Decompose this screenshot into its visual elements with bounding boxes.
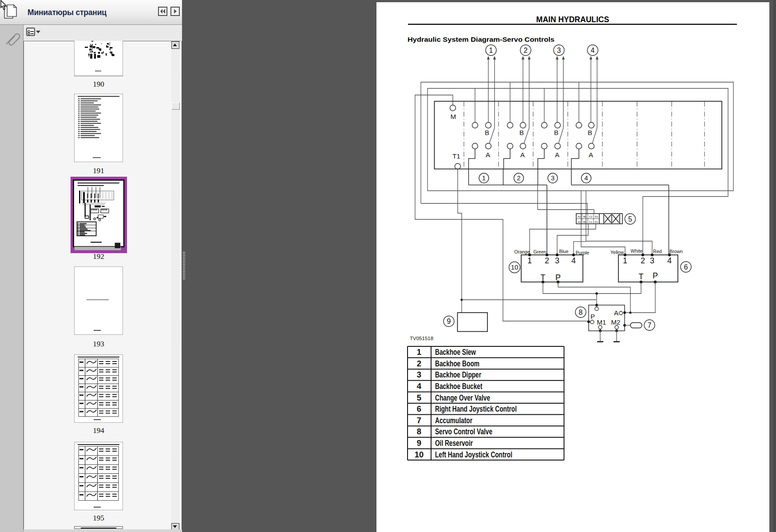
svg-text:4: 4 [584, 174, 588, 182]
svg-text:4: 4 [591, 47, 595, 54]
svg-text:1: 1 [417, 347, 421, 357]
svg-text:3: 3 [650, 256, 654, 265]
svg-text:3: 3 [417, 370, 421, 379]
svg-text:2: 2 [517, 174, 520, 182]
svg-text:1: 1 [482, 174, 486, 182]
svg-text:P: P [653, 271, 658, 280]
svg-text:4: 4 [667, 256, 672, 265]
svg-text:B1: B1 [583, 221, 586, 223]
svg-text:4: 4 [571, 256, 576, 265]
svg-text:Change Over Valve: Change Over Valve [435, 393, 490, 402]
svg-text:Yellow: Yellow [610, 250, 624, 255]
svg-text:B2: B2 [583, 215, 586, 218]
svg-text:Hydraulic System Diagram-Servo: Hydraulic System Diagram-Servo Controls [408, 36, 554, 43]
svg-text:B: B [519, 129, 524, 136]
svg-text:6: 6 [417, 404, 421, 413]
svg-text:10: 10 [511, 263, 519, 271]
svg-text:A: A [614, 309, 618, 317]
svg-text:D1: D1 [595, 221, 598, 223]
svg-text:M1: M1 [597, 318, 606, 326]
svg-text:8: 8 [417, 427, 421, 436]
svg-text:Right Hand Joystick Control: Right Hand Joystick Control [435, 404, 517, 413]
svg-text:9: 9 [447, 318, 451, 325]
svg-text:MAIN HYDRAULICS: MAIN HYDRAULICS [536, 15, 609, 24]
svg-text:Left Hand Joystick Control: Left Hand Joystick Control [435, 450, 512, 459]
svg-text:4: 4 [417, 381, 422, 391]
svg-text:Brown: Brown [669, 249, 683, 254]
svg-text:8: 8 [579, 309, 583, 316]
svg-text:A: A [555, 151, 559, 159]
svg-text:9: 9 [417, 438, 421, 448]
svg-text:3: 3 [557, 47, 561, 54]
svg-text:B: B [554, 129, 558, 136]
svg-text:TV051518: TV051518 [410, 336, 433, 341]
svg-text:2: 2 [417, 359, 421, 368]
svg-text:A: A [486, 151, 490, 159]
svg-text:2: 2 [641, 256, 645, 265]
svg-text:T1: T1 [452, 152, 460, 160]
svg-text:A: A [589, 151, 593, 159]
svg-text:5: 5 [417, 393, 421, 402]
svg-text:Red: Red [653, 249, 661, 254]
svg-text:1: 1 [527, 256, 532, 265]
svg-text:Purple: Purple [576, 250, 590, 255]
svg-text:Servo Control Valve: Servo Control Valve [435, 427, 492, 436]
svg-text:2: 2 [545, 256, 549, 265]
svg-text:6: 6 [684, 263, 688, 271]
svg-text:Accumulator: Accumulator [435, 416, 472, 425]
svg-text:C1: C1 [589, 221, 592, 223]
svg-text:Oil Reservoir: Oil Reservoir [435, 438, 473, 448]
svg-text:Orange: Orange [514, 249, 530, 254]
svg-text:Green: Green [533, 249, 546, 254]
svg-text:Backhoe Slew: Backhoe Slew [435, 347, 476, 357]
svg-text:T: T [639, 272, 644, 281]
svg-text:D2: D2 [595, 215, 598, 218]
svg-text:Backhoe Dipper: Backhoe Dipper [435, 370, 481, 379]
svg-text:P: P [590, 313, 595, 320]
svg-text:White: White [631, 248, 643, 254]
svg-text:A: A [520, 151, 525, 159]
svg-text:10: 10 [415, 450, 424, 459]
svg-text:A2: A2 [578, 215, 581, 218]
svg-text:1: 1 [489, 47, 493, 54]
svg-text:M: M [451, 113, 456, 120]
svg-text:B: B [588, 129, 592, 136]
svg-text:7: 7 [648, 322, 652, 329]
svg-text:1: 1 [623, 256, 627, 265]
svg-text:M2: M2 [611, 318, 621, 326]
svg-text:A1: A1 [578, 221, 581, 223]
svg-text:2: 2 [524, 47, 528, 54]
svg-text:Backhoe Bucket: Backhoe Bucket [435, 381, 483, 391]
svg-text:Blue: Blue [559, 249, 568, 254]
svg-text:Backhoe Boom: Backhoe Boom [435, 359, 479, 368]
svg-text:B: B [485, 129, 489, 136]
svg-text:7: 7 [417, 416, 421, 425]
svg-text:5: 5 [628, 215, 632, 223]
svg-text:3: 3 [551, 174, 554, 182]
svg-text:3: 3 [555, 256, 559, 265]
svg-text:C2: C2 [589, 215, 592, 218]
